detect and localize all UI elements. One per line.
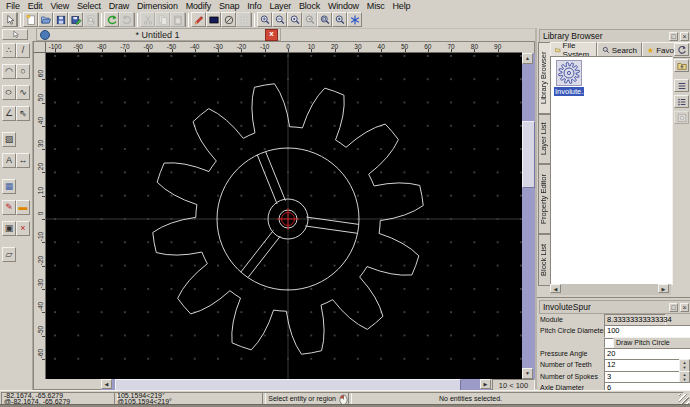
refresh-icon[interactable] xyxy=(674,43,689,56)
cut-icon xyxy=(140,12,155,27)
splines-tool[interactable]: ∿ xyxy=(16,85,30,100)
library-item[interactable]: Involute... xyxy=(554,60,584,96)
circles-tool[interactable]: ○ xyxy=(16,64,30,79)
toolbar-separator xyxy=(98,13,102,27)
save-as-icon[interactable] xyxy=(68,12,83,27)
lines-tool[interactable]: / xyxy=(16,43,30,58)
tool-palette: ∴/◠○○∿∠⇖▨A↔▦✎▬▣×▱ xyxy=(0,41,33,390)
toolbar-separator xyxy=(185,13,189,27)
menu-select[interactable]: Select xyxy=(73,1,105,11)
close-document-icon[interactable]: x xyxy=(265,29,278,41)
menu-dimension[interactable]: Dimension xyxy=(133,1,182,11)
vertical-scrollbar[interactable]: ▲ ▼ xyxy=(522,53,535,379)
save-icon[interactable] xyxy=(53,12,68,27)
draw-pitch-circle-checkbox[interactable] xyxy=(604,338,614,348)
status-bar: -82.1674, -65.6279 @-82.1674, -65.6279 1… xyxy=(0,390,690,404)
float-plugin-icon[interactable]: □ xyxy=(669,303,678,312)
menu-view[interactable]: View xyxy=(46,1,73,11)
library-item-list[interactable]: Involute... xyxy=(550,56,673,285)
zoom-in-icon[interactable] xyxy=(257,12,272,27)
detail-view-icon[interactable] xyxy=(674,95,689,108)
pen-circle-icon[interactable] xyxy=(221,12,236,27)
field-row: Number of Spokes3▲▼ xyxy=(540,371,690,382)
pen-icon[interactable] xyxy=(191,12,206,27)
mouse-hint-text: Select entity or region xyxy=(268,396,336,402)
zoom-out-icon[interactable] xyxy=(272,12,287,27)
menu-info[interactable]: Info xyxy=(243,1,265,11)
field-label: Pitch Circle Diameter xyxy=(540,327,606,334)
undo-icon[interactable] xyxy=(104,12,119,27)
vertical-scroll-thumb[interactable] xyxy=(522,121,535,188)
drawing-window: -100-90-80-70-60-50-40-30-20-10010203040… xyxy=(33,41,535,390)
field-label: Number of Teeth xyxy=(540,361,592,368)
menu-misc[interactable]: Misc xyxy=(363,1,389,11)
scroll-left-icon[interactable]: ◀ xyxy=(101,379,112,389)
copy-icon xyxy=(155,12,170,27)
image-tool[interactable]: ▦ xyxy=(2,179,16,194)
library-view-buttons xyxy=(674,43,690,296)
resize-grip[interactable] xyxy=(679,394,689,404)
dimension-tool[interactable]: ↔ xyxy=(16,153,30,168)
main-toolbar xyxy=(0,12,690,29)
text-tool[interactable]: A xyxy=(2,153,16,168)
zoom-previous-icon xyxy=(302,12,317,27)
float-dock-icon[interactable]: □ xyxy=(669,32,678,41)
hatch-tool[interactable]: ▨ xyxy=(2,132,16,147)
zoom-window-icon[interactable] xyxy=(317,12,332,27)
redo-icon xyxy=(119,12,134,27)
new-icon[interactable] xyxy=(23,12,38,27)
ellipses-tool[interactable]: ○ xyxy=(2,85,16,100)
list-scroll-left-icon[interactable]: ◀ xyxy=(550,284,561,293)
modify-tool[interactable]: ✎ xyxy=(2,200,16,215)
menu-block[interactable]: Block xyxy=(295,1,324,11)
zoom-auto-icon[interactable] xyxy=(287,12,302,27)
list-view-icon[interactable] xyxy=(674,79,689,92)
dock-side-tabs: Library BrowserLayer ListProperty Editor… xyxy=(538,42,549,312)
directory-up-icon[interactable] xyxy=(674,59,689,72)
field-label: Number of Spokes xyxy=(540,373,598,380)
close-plugin-icon[interactable]: × xyxy=(680,303,689,312)
pointer-tool-button[interactable] xyxy=(2,29,28,40)
menu-bar: FileEditViewSelectDrawDimensionModifySna… xyxy=(0,0,690,12)
field-row: Pitch Circle Diameter100 xyxy=(540,325,690,336)
explode-tool[interactable]: × xyxy=(16,221,30,236)
involutespur-titlebar[interactable]: InvoluteSpur □ × xyxy=(539,300,690,314)
menu-window[interactable]: Window xyxy=(324,1,363,11)
involutespur-title: InvoluteSpur xyxy=(540,302,669,312)
polylines-tool[interactable]: ∠ xyxy=(2,106,16,121)
pointer-icon[interactable] xyxy=(2,12,17,27)
close-dock-icon[interactable]: × xyxy=(680,32,689,41)
application-window: FileEditViewSelectDrawDimensionModifySna… xyxy=(0,0,690,407)
menu-modify[interactable]: Modify xyxy=(182,1,215,11)
preview-icon[interactable] xyxy=(674,111,689,124)
zoom-pan-icon[interactable] xyxy=(332,12,347,27)
print-preview-icon xyxy=(83,12,98,27)
drawing-canvas[interactable] xyxy=(46,53,522,379)
blocks-tool[interactable]: ▣ xyxy=(2,221,16,236)
points-tool[interactable]: ∴ xyxy=(2,43,16,58)
scroll-up-icon[interactable]: ▲ xyxy=(522,53,533,64)
menu-snap[interactable]: Snap xyxy=(215,1,243,11)
scroll-right-icon[interactable]: ▶ xyxy=(480,379,491,389)
redraw-icon[interactable] xyxy=(347,12,362,27)
ruler-corner xyxy=(34,42,46,53)
menu-layer[interactable]: Layer xyxy=(265,1,295,11)
color-swatch-icon[interactable] xyxy=(206,12,221,27)
selection-status: No entities selected. xyxy=(351,396,681,402)
menu-file[interactable]: File xyxy=(2,1,24,11)
open-icon[interactable] xyxy=(38,12,53,27)
arcs-tool[interactable]: ◠ xyxy=(2,64,16,79)
list-scroll-right-icon[interactable]: ▶ xyxy=(658,284,669,293)
menu-draw[interactable]: Draw xyxy=(105,1,133,11)
select-tool[interactable]: ⇖ xyxy=(16,106,30,121)
menu-help[interactable]: Help xyxy=(389,1,415,11)
document-titlebar[interactable]: * Untitled 1 x xyxy=(36,28,281,41)
field-row: Number of Teeth12▲▼ xyxy=(540,359,690,370)
grid-toggle-icon xyxy=(236,12,251,27)
box3d-tool[interactable]: ▱ xyxy=(2,247,16,262)
menu-edit[interactable]: Edit xyxy=(24,1,47,11)
scroll-down-icon[interactable]: ▼ xyxy=(522,368,533,379)
field-row: Module8.33333333333334 xyxy=(540,314,690,325)
measure-tool[interactable]: ▬ xyxy=(16,200,30,215)
library-list-scrollbar[interactable]: ◀ ▶ xyxy=(550,284,671,295)
